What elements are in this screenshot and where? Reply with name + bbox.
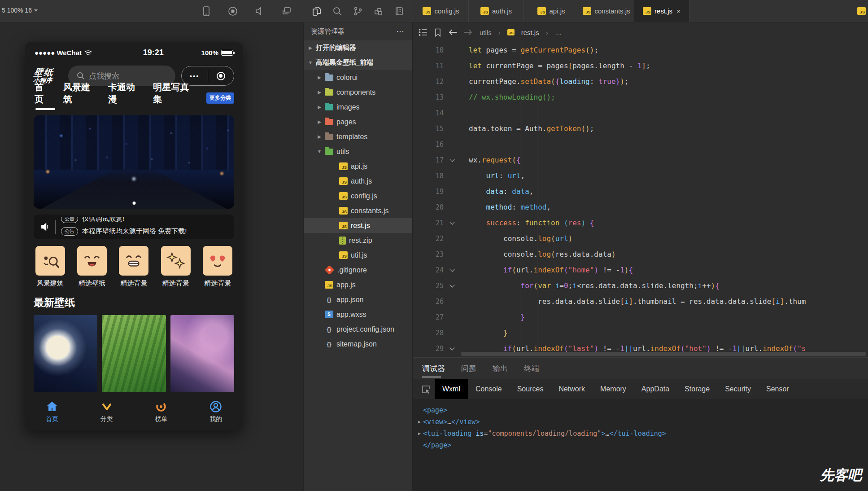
- devtools-tab-Security[interactable]: Security: [717, 379, 759, 399]
- wxml-node[interactable]: <page>: [416, 404, 867, 416]
- category-精选壁纸[interactable]: 精选壁纸: [72, 246, 112, 288]
- tree-item-auth.js[interactable]: JSauth.js: [304, 174, 412, 189]
- devtools-tab-Memory[interactable]: Memory: [593, 379, 634, 399]
- expand-arrow-icon[interactable]: ▶: [416, 428, 423, 439]
- forward-arrow-icon[interactable]: [464, 29, 473, 36]
- debugger-tab-输出[interactable]: 输出: [493, 358, 508, 379]
- multi-window-icon[interactable]: [282, 7, 292, 16]
- wxml-node[interactable]: ▶<tui-loading is="components/loading/loa…: [416, 428, 867, 439]
- breadcrumb-file[interactable]: rest.js: [521, 29, 539, 36]
- wxml-node[interactable]: ▶<view>…</view>: [416, 416, 867, 428]
- category-精选背景[interactable]: 精选背景: [198, 246, 237, 288]
- nav-tab-首页[interactable]: 首页: [35, 81, 51, 110]
- tree-item-templates[interactable]: ▶templates: [304, 129, 412, 144]
- banner-carousel[interactable]: [34, 115, 234, 209]
- editor-tab-partial[interactable]: JS: [854, 0, 868, 22]
- nav-tab-卡通动漫[interactable]: 卡通动漫: [108, 81, 141, 110]
- wallpaper-thumb-nebula[interactable]: [170, 315, 234, 392]
- tree-item-sitemap.json[interactable]: {}sitemap.json: [304, 337, 412, 351]
- bookmark-icon[interactable]: [434, 28, 441, 37]
- devtools-tab-Sources[interactable]: Sources: [510, 379, 551, 399]
- fold-chevron-icon[interactable]: [444, 159, 461, 161]
- expand-arrow-icon[interactable]: ▶: [416, 416, 423, 428]
- wxml-node[interactable]: </page>: [416, 439, 867, 451]
- tree-item-app.js[interactable]: JSapp.js: [304, 277, 412, 292]
- search-icon[interactable]: [332, 6, 343, 17]
- tree-item-util.js[interactable]: JSutil.js: [304, 248, 412, 263]
- more-categories-badge[interactable]: 更多分类: [206, 92, 234, 104]
- tree-item-config.js[interactable]: JSconfig.js: [304, 189, 412, 203]
- wallpaper-thumb-moon[interactable]: [34, 315, 97, 392]
- devtools-tab-Network[interactable]: Network: [551, 379, 593, 399]
- category-精选背景[interactable]: 精选背景: [156, 246, 196, 288]
- stop-record-icon[interactable]: [228, 6, 238, 16]
- notebook-icon[interactable]: [394, 6, 405, 17]
- devtools-tab-Wxml[interactable]: Wxml: [435, 379, 468, 399]
- chevron-down-icon[interactable]: ▼: [308, 60, 313, 65]
- editor-tab-api.js[interactable]: JSapi.js: [524, 0, 579, 22]
- debugger-tab-问题[interactable]: 问题: [461, 358, 476, 379]
- inspect-element-icon[interactable]: [417, 379, 435, 399]
- chevron-right-icon[interactable]: ▶: [317, 90, 322, 95]
- tree-item-rest.zip[interactable]: rest.zip: [304, 233, 412, 248]
- tabbar-首页[interactable]: 首页: [25, 400, 79, 423]
- tabbar-榜单[interactable]: 榜单: [134, 400, 189, 423]
- tree-item-constants.js[interactable]: JSconstants.js: [304, 203, 412, 218]
- breadcrumb-folder[interactable]: utils: [480, 29, 492, 36]
- tree-item-app.json[interactable]: {}app.json: [304, 292, 412, 307]
- fold-chevron-icon[interactable]: [444, 269, 461, 271]
- tree-item-打开的编辑器[interactable]: ▶打开的编辑器: [304, 40, 412, 55]
- category-风景建筑[interactable]: 风景建筑: [31, 246, 70, 288]
- chevron-right-icon[interactable]: ▶: [317, 75, 322, 80]
- device-selector[interactable]: 5 100% 16: [2, 7, 38, 14]
- source-control-icon[interactable]: [353, 6, 363, 17]
- tree-item-.gitignore[interactable]: .gitignore: [304, 263, 412, 277]
- files-icon[interactable]: [311, 6, 322, 17]
- devtools-tab-AppData[interactable]: AppData: [634, 379, 677, 399]
- wallpaper-thumb-grass[interactable]: [102, 315, 166, 392]
- debugger-tab-调试器[interactable]: 调试器: [422, 358, 445, 379]
- close-icon[interactable]: ×: [676, 8, 680, 14]
- editor-tab-auth.js[interactable]: JSauth.js: [469, 0, 524, 22]
- back-arrow-icon[interactable]: [448, 29, 457, 36]
- tree-item-pages[interactable]: ▶pages: [304, 114, 412, 129]
- extensions-icon[interactable]: [373, 6, 384, 17]
- nav-tab-风景建筑[interactable]: 风景建筑: [63, 81, 96, 110]
- line-list-icon[interactable]: [419, 28, 427, 36]
- devtools-tab-Storage[interactable]: Storage: [677, 379, 717, 399]
- debugger-tab-终端[interactable]: 终端: [524, 358, 539, 379]
- close-minibar-button[interactable]: [208, 72, 234, 80]
- tree-item-rest.js[interactable]: JSrest.js: [304, 218, 412, 233]
- chevron-down-icon[interactable]: ▼: [317, 149, 322, 154]
- tree-item-高端黑金壁纸_前端[interactable]: ▼高端黑金壁纸_前端: [304, 55, 412, 70]
- category-精选背景[interactable]: 精选背景: [114, 246, 153, 288]
- chevron-right-icon[interactable]: ▶: [317, 134, 322, 139]
- horizontal-scrollbar[interactable]: [461, 352, 866, 356]
- editor-tab-constants.js[interactable]: JSconstants.js: [579, 0, 634, 22]
- breadcrumb-symbol[interactable]: …: [555, 29, 562, 36]
- more-menu-button[interactable]: •••: [182, 72, 208, 80]
- tree-item-utils[interactable]: ▼utils: [304, 144, 412, 159]
- chevron-right-icon[interactable]: ▶: [308, 45, 313, 50]
- tree-item-components[interactable]: ▶components: [304, 85, 412, 100]
- tree-item-images[interactable]: ▶images: [304, 100, 412, 114]
- speaker-icon[interactable]: [255, 7, 265, 16]
- editor-tab-config.js[interactable]: JSconfig.js: [414, 0, 469, 22]
- tree-item-app.wxss[interactable]: Sapp.wxss: [304, 307, 412, 322]
- chevron-right-icon[interactable]: ▶: [317, 119, 322, 124]
- chevron-right-icon[interactable]: ▶: [317, 105, 322, 110]
- fold-chevron-icon[interactable]: [444, 348, 461, 350]
- explorer-more-icon[interactable]: ⋯: [396, 26, 405, 36]
- tree-item-colorui[interactable]: ▶colorui: [304, 70, 412, 85]
- phone-icon[interactable]: [202, 6, 211, 16]
- tabbar-分类[interactable]: 分类: [79, 400, 134, 423]
- notice-marquee[interactable]: 公告 仅供调试欣赏! 公告 本程序壁纸均来源于网络 免费下载!: [34, 215, 234, 239]
- devtools-tab-Sensor[interactable]: Sensor: [759, 379, 797, 399]
- fold-chevron-icon[interactable]: [444, 285, 461, 287]
- tree-item-project.config.json[interactable]: {}project.config.json: [304, 322, 412, 337]
- editor-tab-rest.js[interactable]: JSrest.js×: [634, 0, 689, 22]
- tree-item-api.js[interactable]: JSapi.js: [304, 159, 412, 174]
- tabbar-我的[interactable]: 我的: [188, 400, 243, 423]
- nav-tab-明星写真集[interactable]: 明星写真集: [153, 81, 194, 110]
- fold-chevron-icon[interactable]: [444, 222, 461, 224]
